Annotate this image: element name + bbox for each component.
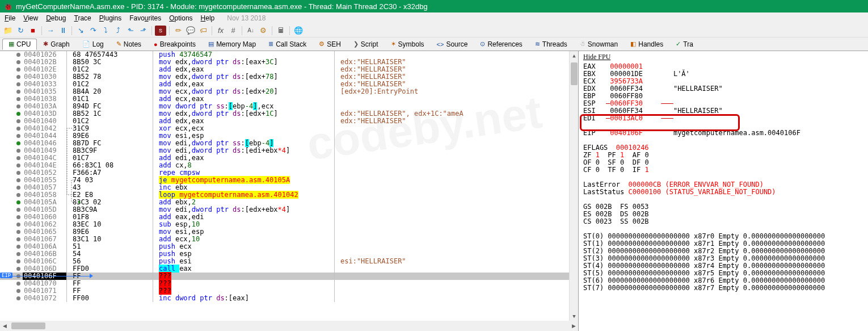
- menu-help[interactable]: Help: [201, 14, 215, 22]
- tab-graph[interactable]: ✱Graph: [37, 39, 75, 50]
- breakpoint-dot[interactable]: [16, 171, 20, 175]
- tab-seh[interactable]: ⚙SEH: [313, 39, 347, 50]
- tab-tra[interactable]: ✓Tra: [669, 39, 700, 50]
- menu-trace[interactable]: Trace: [74, 14, 91, 22]
- az-icon[interactable]: A↓: [245, 26, 256, 36]
- breakpoint-dot[interactable]: [16, 267, 20, 271]
- breakpoint-dot[interactable]: [16, 164, 20, 167]
- tab-label: Handles: [638, 40, 663, 48]
- breakpoint-dot[interactable]: [16, 149, 20, 153]
- tab-notes[interactable]: ✎Notes: [110, 39, 148, 50]
- trrun-icon[interactable]: ⬏: [137, 26, 149, 36]
- breakpoint-dot[interactable]: [16, 245, 20, 249]
- breakpoint-dot[interactable]: [16, 156, 20, 160]
- stepover-icon[interactable]: ↷: [87, 26, 99, 36]
- scroll-down-icon[interactable]: ▼: [570, 312, 578, 321]
- settings-icon[interactable]: ⚙: [258, 26, 269, 36]
- breakpoint-dot[interactable]: [16, 237, 20, 241]
- registers-panel[interactable]: Hide FPUEAX 00000001 EBX 000001DE L'Ă'EC…: [579, 51, 868, 331]
- trinto-icon[interactable]: ⤵: [100, 26, 111, 36]
- breakpoint-dot[interactable]: [16, 90, 20, 94]
- web-icon[interactable]: 🌐: [293, 26, 304, 36]
- breakpoint-dot[interactable]: [16, 112, 20, 116]
- tab-sym[interactable]: ✶Symbols: [385, 39, 431, 50]
- breakpoint-dot[interactable]: [16, 104, 20, 108]
- tab-call[interactable]: ≣Call Stack: [262, 39, 313, 50]
- hash-icon[interactable]: #: [227, 26, 239, 36]
- pause-icon[interactable]: ⏸: [57, 26, 69, 36]
- breakpoint-dot[interactable]: [16, 200, 20, 204]
- tab-hnd[interactable]: ◧Handles: [624, 39, 669, 50]
- breakpoint-dot[interactable]: [16, 208, 20, 212]
- breakpoint-dot[interactable]: [16, 53, 20, 57]
- breakpoint-dot[interactable]: [16, 60, 20, 64]
- breakpoint-dot[interactable]: [16, 134, 20, 138]
- hide-fpu-link[interactable]: Hide FPU: [583, 53, 610, 61]
- open-icon[interactable]: 📁: [2, 26, 14, 36]
- tab-cpu[interactable]: ▦CPU: [2, 39, 37, 50]
- menu-plugins[interactable]: Plugins: [99, 14, 121, 22]
- breakpoint-dot[interactable]: [16, 75, 20, 79]
- breakpoint-dot[interactable]: [16, 82, 20, 86]
- scylla-icon[interactable]: S: [155, 26, 166, 36]
- breakpoint-dot[interactable]: [16, 215, 20, 219]
- breakpoint-dot[interactable]: [16, 259, 20, 263]
- sym-icon: ✶: [391, 40, 396, 48]
- tab-bp[interactable]: ●Breakpoints: [148, 39, 202, 50]
- stop-icon[interactable]: ■: [27, 26, 39, 36]
- disasm-row[interactable]: 0040106A51push ecx: [0, 243, 578, 250]
- menu-view[interactable]: View: [23, 14, 38, 22]
- label-icon[interactable]: 🏷: [197, 26, 209, 36]
- tab-ref[interactable]: ⊙References: [474, 39, 528, 50]
- scrollbar-thumb[interactable]: [571, 62, 578, 85]
- breakpoint-dot[interactable]: [16, 230, 20, 234]
- breakpoint-dot[interactable]: [16, 97, 20, 101]
- breakpoint-dot[interactable]: [16, 119, 20, 123]
- disasm-row[interactable]: 0040105574 03je mygetcomputernamea.asm.4…: [0, 177, 578, 184]
- fx-icon[interactable]: fx: [215, 26, 226, 36]
- disasm-row[interactable]: 0040106783C1 10add ecx,10: [0, 236, 578, 243]
- breakpoint-dot[interactable]: [16, 68, 20, 72]
- tab-src[interactable]: <>Source: [431, 39, 474, 50]
- hscroll-thumb[interactable]: [11, 322, 45, 329]
- tab-thr[interactable]: ≋Threads: [529, 39, 574, 50]
- disassembly-listing[interactable]: 0040102668 47657443push 437465470040102B…: [0, 51, 578, 321]
- breakpoint-dot[interactable]: [16, 178, 20, 182]
- tab-snow[interactable]: ☃Snowman: [574, 39, 624, 50]
- breakpoint-dot[interactable]: [16, 296, 20, 300]
- trover-icon[interactable]: ⤴: [112, 26, 124, 36]
- breakpoint-dot[interactable]: [16, 193, 20, 197]
- disasm-row[interactable]: 00401072FF00inc dword ptr ds:[eax]: [0, 295, 578, 302]
- trret-icon[interactable]: ⬑: [125, 26, 136, 36]
- tab-label: SEH: [327, 40, 341, 48]
- menu-debug[interactable]: Debug: [46, 14, 66, 22]
- menu-options[interactable]: Options: [169, 14, 192, 22]
- disassembly: call eax: [153, 265, 335, 273]
- restart-icon[interactable]: ↻: [15, 26, 26, 36]
- disasm-row[interactable]: 0040106DFFD0call eax: [0, 265, 578, 273]
- tab-mem[interactable]: ▤Memory Map: [202, 39, 262, 50]
- breakpoint-dot[interactable]: [16, 141, 20, 145]
- breakpoint-dot[interactable]: [16, 186, 20, 190]
- scroll-left-icon[interactable]: ◀: [0, 321, 9, 330]
- calc-icon[interactable]: 🖩: [275, 26, 286, 36]
- disasm-row[interactable]: 0040106B54push esp: [0, 250, 578, 258]
- breakpoint-dot[interactable]: [16, 127, 20, 131]
- breakpoint-dot[interactable]: [16, 252, 20, 256]
- menu-favourites[interactable]: Favourites: [129, 14, 161, 22]
- horizontal-scrollbar[interactable]: ◀ ▶: [0, 321, 578, 331]
- patch-icon[interactable]: ✏: [172, 26, 184, 36]
- vertical-scrollbar[interactable]: ▲ ▼: [569, 51, 578, 321]
- breakpoint-dot[interactable]: [16, 282, 20, 286]
- breakpoint-dot[interactable]: [16, 289, 20, 293]
- run-icon[interactable]: →: [45, 26, 56, 36]
- menu-file[interactable]: File: [5, 14, 15, 22]
- scroll-up-icon[interactable]: ▲: [570, 51, 578, 60]
- scroll-right-icon[interactable]: ▶: [569, 321, 578, 330]
- comment-icon[interactable]: 💬: [185, 26, 196, 36]
- tab-script[interactable]: ❯Script: [347, 39, 385, 50]
- disasm-row[interactable]: 00401070FF???: [0, 280, 578, 287]
- stepinto-icon[interactable]: ↘: [75, 26, 86, 36]
- breakpoint-dot[interactable]: [16, 223, 20, 227]
- tab-log[interactable]: 📄Log: [76, 39, 110, 50]
